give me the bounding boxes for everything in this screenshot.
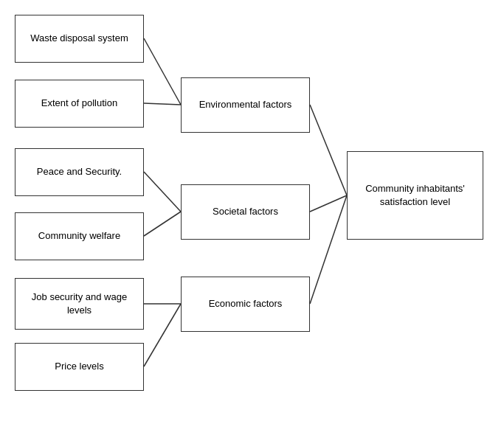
satisfaction-box: Community inhabitants' satisfaction leve… — [347, 151, 483, 240]
svg-line-7 — [310, 195, 347, 212]
job-security-box: Job security and wage levels — [15, 278, 144, 330]
societal-factors-box: Societal factors — [181, 184, 310, 240]
svg-line-1 — [144, 103, 181, 105]
svg-line-3 — [144, 212, 181, 236]
svg-line-5 — [144, 304, 181, 366]
diagram: Waste disposal system Extent of pollutio… — [0, 0, 504, 424]
svg-line-8 — [310, 195, 347, 304]
svg-line-0 — [144, 38, 181, 105]
environmental-factors-box: Environmental factors — [181, 77, 310, 133]
peace-box: Peace and Security. — [15, 148, 144, 196]
waste-box: Waste disposal system — [15, 15, 144, 63]
svg-line-6 — [310, 105, 347, 195]
pollution-box: Extent of pollution — [15, 80, 144, 128]
price-levels-box: Price levels — [15, 343, 144, 391]
community-welfare-box: Community welfare — [15, 212, 144, 260]
svg-line-2 — [144, 172, 181, 212]
economic-factors-box: Economic factors — [181, 277, 310, 332]
